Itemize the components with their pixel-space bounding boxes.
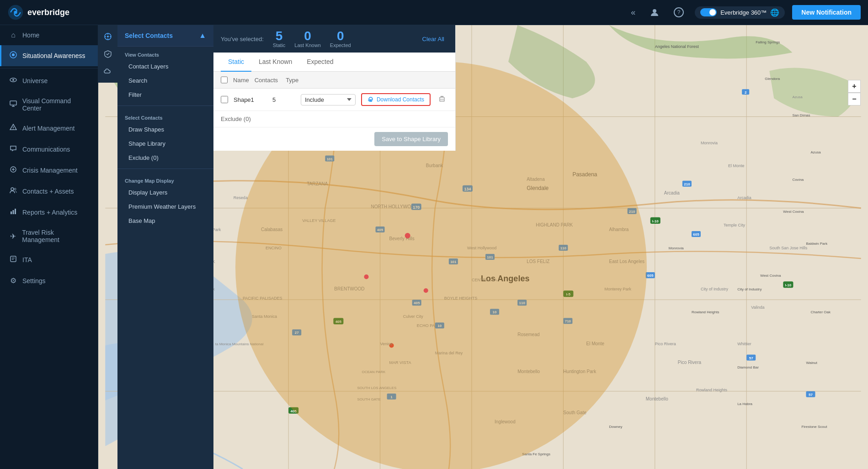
exclude-menu-item[interactable]: Exclude (0): [117, 151, 213, 165]
svg-text:110: 110: [519, 301, 525, 305]
sidebar: ⌂ Home Situational Awareness Universe: [0, 25, 98, 469]
panel-toggle-button[interactable]: ▲: [199, 32, 206, 40]
svg-text:405: 405: [290, 409, 297, 413]
base-map-label: Base Map: [128, 217, 155, 224]
tabs-row: Static Last Known Expected: [213, 53, 455, 72]
search-menu-item[interactable]: Search: [117, 74, 213, 88]
save-to-shape-library-button[interactable]: Save to Shape Library: [374, 132, 448, 146]
draw-shapes-menu-item[interactable]: Draw Shapes: [117, 122, 213, 137]
header-content: You've selected: 5 Static 0 Last Known: [221, 30, 351, 48]
sidebar-item-reports-analytics[interactable]: Reports + Analytics: [0, 202, 98, 223]
help-button[interactable]: ?: [670, 5, 687, 19]
user-profile-button[interactable]: [646, 6, 663, 19]
sidebar-item-visual-command-center[interactable]: Visual Command Center: [0, 91, 98, 118]
filter-menu-item[interactable]: Filter: [117, 88, 213, 102]
map-container[interactable]: Los Angeles Glendale Pasadena Burbank NO…: [98, 25, 868, 469]
svg-text:SOUTH GATE: SOUTH GATE: [357, 397, 380, 401]
svg-text:Baldwin Park: Baldwin Park: [806, 242, 828, 246]
zoom-in-button[interactable]: +: [848, 80, 861, 93]
map-zoom-controls: + −: [848, 80, 861, 105]
svg-text:SOUTH LOS ANGELES: SOUTH LOS ANGELES: [357, 386, 396, 390]
toggle-knob: [709, 9, 716, 16]
shield-icon: [104, 50, 112, 58]
premium-weather-layers-menu-item[interactable]: Premium Weather Layers: [117, 200, 213, 214]
location-icon: [104, 32, 112, 41]
sidebar-item-settings[interactable]: ⚙ Settings: [0, 270, 98, 291]
svg-text:101: 101: [487, 255, 493, 259]
collapse-nav-button[interactable]: «: [627, 6, 639, 19]
select-contacts-section-title: Select Contacts: [117, 110, 213, 122]
reports-analytics-icon: [9, 208, 18, 217]
svg-text:Reseda: Reseda: [234, 195, 248, 200]
help-icon: ?: [674, 7, 684, 17]
top-navigation: everbridge « ? Everbridge 360™ 🌐 New Not…: [0, 0, 868, 25]
svg-text:HIGHLAND PARK: HIGHLAND PARK: [536, 222, 573, 227]
delete-row-button[interactable]: [436, 95, 448, 105]
clear-all-button[interactable]: Clear All: [419, 34, 448, 44]
svg-text:West Covina: West Covina: [760, 274, 781, 278]
svg-text:Monterey Park: Monterey Park: [605, 287, 632, 291]
toggle-label: Everbridge 360™: [720, 9, 767, 16]
svg-text:I-10: I-10: [652, 219, 659, 223]
sidebar-item-situational-awareness[interactable]: Situational Awareness: [0, 45, 98, 66]
table-header: Name Contacts Type: [213, 72, 455, 89]
static-count-item: 5 Static: [273, 30, 286, 48]
shape-library-menu-item[interactable]: Shape Library: [117, 137, 213, 151]
tab-expected[interactable]: Expected: [299, 53, 341, 72]
svg-text:10: 10: [437, 324, 442, 328]
delete-icon: [439, 95, 445, 102]
sidebar-item-travel-risk-management[interactable]: ✈ Travel Risk Management: [0, 223, 98, 249]
zoom-out-button[interactable]: −: [848, 93, 861, 105]
cloud-tool-button[interactable]: [100, 63, 116, 79]
draw-shapes-label: Draw Shapes: [128, 126, 164, 133]
panel-title: Select Contacts: [125, 32, 173, 39]
sidebar-item-alert-management[interactable]: Alert Management: [0, 118, 98, 139]
toggle-switch[interactable]: [700, 8, 717, 16]
tab-last-known[interactable]: Last Known: [251, 53, 299, 72]
static-count-num: 5: [276, 30, 283, 42]
contact-layers-label: Contact Layers: [128, 63, 168, 70]
svg-text:101: 101: [327, 157, 333, 161]
sidebar-item-label: ITA: [22, 256, 32, 263]
sidebar-item-universe[interactable]: Universe: [0, 70, 98, 91]
shield-tool-button[interactable]: [100, 46, 116, 62]
sidebar-item-label: Visual Command Center: [22, 97, 91, 112]
svg-text:Altadena: Altadena: [527, 177, 545, 182]
svg-text:VALLEY VILLAGE: VALLEY VILLAGE: [302, 218, 335, 223]
base-map-menu-item[interactable]: Base Map: [117, 214, 213, 228]
svg-text:Angeles National Forest: Angeles National Forest: [655, 44, 699, 49]
everbridge-360-toggle[interactable]: Everbridge 360™ 🌐: [695, 6, 785, 19]
sidebar-item-communications[interactable]: Communications: [0, 139, 98, 160]
svg-text:BRENTWOOD: BRENTWOOD: [334, 286, 364, 291]
sidebar-item-crisis-management[interactable]: Crisis Management: [0, 160, 98, 181]
sidebar-divider: [0, 68, 98, 69]
svg-text:West Hollywood: West Hollywood: [467, 246, 496, 250]
svg-text:57: 57: [749, 356, 753, 360]
svg-text:57: 57: [809, 393, 813, 397]
tab-static[interactable]: Static: [221, 53, 251, 72]
sidebar-item-contacts-assets[interactable]: Contacts + Assets: [0, 181, 98, 202]
map-toolbar: [98, 25, 117, 83]
row-type-select[interactable]: Include Exclude: [301, 94, 356, 105]
select-all-checkbox[interactable]: [221, 76, 228, 84]
svg-text:Azusa: Azusa: [792, 95, 803, 99]
contact-layers-menu-item[interactable]: Contact Layers: [117, 59, 213, 74]
sidebar-item-label: Reports + Analytics: [22, 209, 77, 216]
travel-risk-icon: ✈: [9, 232, 17, 241]
svg-text:Glendale: Glendale: [527, 185, 548, 191]
display-layers-menu-item[interactable]: Display Layers: [117, 185, 213, 200]
display-layers-label: Display Layers: [128, 189, 167, 196]
svg-text:Rowland Heights: Rowland Heights: [692, 310, 719, 314]
panel-header: Select Contacts ▲: [117, 25, 213, 47]
sidebar-item-home[interactable]: ⌂ Home: [0, 25, 98, 45]
communications-icon: [9, 145, 18, 154]
new-notification-button[interactable]: New Notification: [792, 5, 861, 20]
location-tool-button[interactable]: [100, 29, 116, 44]
svg-text:City of Industry: City of Industry: [701, 287, 729, 291]
sidebar-item-label: Home: [22, 32, 39, 39]
svg-rect-15: [11, 211, 12, 214]
svg-text:BOYLE HEIGHTS: BOYLE HEIGHTS: [444, 296, 478, 300]
row-checkbox[interactable]: [221, 96, 228, 103]
sidebar-item-ita[interactable]: ITA: [0, 249, 98, 270]
download-contacts-button[interactable]: Download Contacts: [361, 93, 431, 106]
